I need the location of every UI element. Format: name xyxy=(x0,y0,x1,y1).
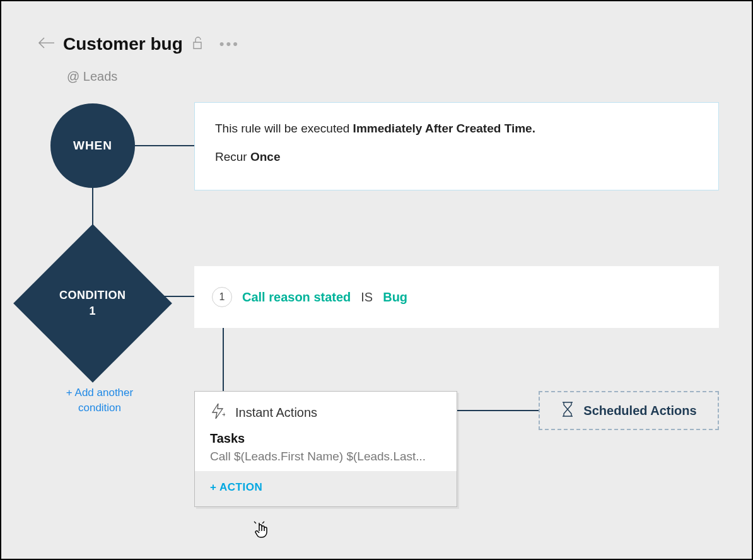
condition-field: Call reason stated xyxy=(242,290,351,305)
add-action-button[interactable]: + ACTION xyxy=(195,471,457,506)
back-arrow-icon[interactable] xyxy=(38,37,54,51)
task-item[interactable]: Call $(Leads.First Name) $(Leads.Last... xyxy=(210,450,441,464)
condition-operator: IS xyxy=(361,290,373,305)
condition-node[interactable]: CONDITION 1 xyxy=(13,224,172,383)
when-rule-text: This rule will be executed Immediately A… xyxy=(215,120,698,137)
condition-node-label: CONDITION xyxy=(59,288,126,303)
condition-node-number: 1 xyxy=(59,303,126,319)
when-node-label: WHEN xyxy=(73,139,112,153)
scheduled-actions-label: Scheduled Actions xyxy=(583,404,696,418)
connector-line xyxy=(135,145,194,146)
when-rule-prefix: This rule will be executed xyxy=(215,122,353,135)
when-recur-value: Once xyxy=(250,150,281,163)
workflow-title: Customer bug xyxy=(63,34,183,54)
tasks-label: Tasks xyxy=(210,431,441,446)
add-condition-button[interactable]: + Add another condition xyxy=(55,385,144,416)
workflow-header: Customer bug ••• xyxy=(38,34,240,54)
condition-value: Bug xyxy=(383,290,407,305)
when-recur-prefix: Recur xyxy=(215,150,250,163)
when-card[interactable]: This rule will be executed Immediately A… xyxy=(194,102,719,190)
hourglass-icon xyxy=(561,401,575,421)
more-menu-icon[interactable]: ••• xyxy=(219,36,240,52)
workflow-context: @ Leads xyxy=(67,69,117,84)
svg-text:+: + xyxy=(222,411,225,418)
lock-icon xyxy=(192,36,203,52)
lightning-icon: + xyxy=(210,403,225,423)
instant-actions-title: Instant Actions xyxy=(235,405,317,420)
connector-line xyxy=(457,410,539,411)
connector-line xyxy=(223,328,224,391)
cursor-pointer-icon xyxy=(254,521,270,542)
when-recur-text: Recur Once xyxy=(215,149,698,166)
condition-index-badge: 1 xyxy=(212,287,232,307)
condition-card[interactable]: 1 Call reason stated IS Bug xyxy=(194,266,719,328)
when-node[interactable]: WHEN xyxy=(50,103,135,188)
scheduled-actions-button[interactable]: Scheduled Actions xyxy=(539,391,719,430)
when-rule-timing: Immediately After Created Time. xyxy=(353,122,535,135)
instant-actions-card: + Instant Actions Tasks Call $(Leads.Fir… xyxy=(194,391,457,507)
instant-actions-header: + Instant Actions xyxy=(195,392,457,431)
